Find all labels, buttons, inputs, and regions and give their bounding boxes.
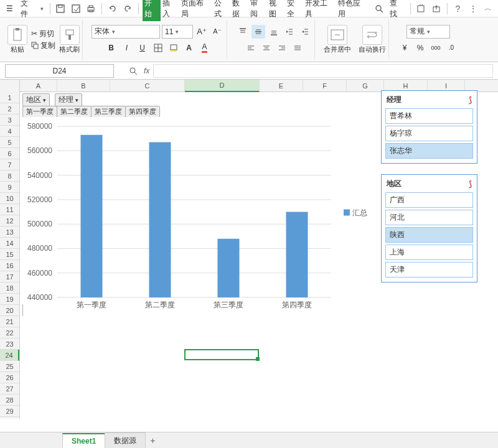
search-icon[interactable] (373, 2, 387, 16)
add-sheet-button[interactable]: + (145, 436, 160, 446)
wrap-text-button[interactable] (362, 25, 382, 45)
redo-icon[interactable] (121, 2, 135, 16)
percent-button[interactable]: % (413, 41, 427, 55)
underline-button[interactable]: U (136, 41, 149, 55)
row-header[interactable]: 19 (0, 294, 19, 305)
bold-button[interactable]: B (105, 41, 118, 55)
highlight-button[interactable]: A (198, 41, 212, 55)
font-color-button[interactable]: A (182, 41, 196, 55)
pivot-chart[interactable]: 4400004600004800005000005200005400005600… (23, 117, 380, 335)
clear-filter-icon[interactable]: ⟆ (469, 179, 472, 189)
pivot-quarter-button[interactable]: 第三季度 (91, 106, 126, 118)
share-icon[interactable] (415, 2, 428, 16)
row-header[interactable]: 5 (0, 137, 19, 148)
row-header[interactable]: 9 (0, 182, 19, 193)
spreadsheet-grid[interactable]: ABCDEFGHI 123456789101112131415161718192… (0, 80, 498, 419)
align-center-button[interactable] (260, 41, 273, 55)
tab-3[interactable]: 公式 (212, 0, 230, 21)
slicer-region-item[interactable]: 陕西 (385, 227, 473, 243)
tab-4[interactable]: 数据 (230, 0, 248, 21)
save-as-icon[interactable] (69, 2, 83, 16)
tab-1[interactable]: 插入 (161, 0, 179, 21)
row-header[interactable]: 11 (0, 204, 19, 215)
row-header[interactable]: 8 (0, 170, 19, 182)
collapse-ribbon-icon[interactable]: ︿ (482, 2, 496, 16)
col-header[interactable]: E (260, 80, 303, 92)
row-header[interactable]: 17 (0, 271, 19, 282)
slicer-region-item[interactable]: 广西 (385, 192, 473, 208)
align-bottom-button[interactable] (267, 25, 281, 39)
row-header[interactable]: 18 (0, 282, 19, 294)
undo-icon[interactable] (106, 2, 120, 16)
merge-center-button[interactable] (327, 25, 347, 45)
row-header[interactable]: 1 (0, 92, 19, 103)
tab-2[interactable]: 页面布局 (179, 0, 212, 21)
col-header[interactable]: G (347, 80, 384, 92)
increase-indent-button[interactable] (298, 25, 312, 39)
slicer-region-item[interactable]: 上海 (385, 245, 473, 260)
slicer-region-item[interactable]: 河北 (385, 210, 473, 225)
row-header[interactable]: 2 (0, 103, 19, 114)
italic-button[interactable]: I (120, 41, 134, 55)
paste-button[interactable] (7, 25, 27, 45)
align-top-button[interactable] (236, 25, 250, 39)
row-header[interactable]: 21 (0, 316, 19, 327)
increase-font-button[interactable]: A⁺ (195, 25, 209, 39)
search-label[interactable]: 查找 (388, 0, 406, 21)
row-header[interactable]: 12 (0, 215, 19, 226)
print-icon[interactable] (85, 2, 98, 16)
row-header[interactable]: 27 (0, 383, 19, 394)
decrease-decimal-button[interactable]: .0 (444, 41, 458, 55)
pivot-region-button[interactable]: 地区▾ (22, 93, 50, 106)
font-size-combo[interactable]: 11▾ (162, 25, 193, 39)
row-header[interactable]: 4 (0, 126, 19, 137)
export-icon[interactable] (430, 2, 443, 16)
pivot-manager-button[interactable]: 经理▾ (55, 93, 82, 106)
row-header[interactable]: 26 (0, 372, 19, 383)
pivot-quarter-button[interactable]: 第四季度 (125, 106, 160, 118)
more-icon[interactable]: ⋮ (466, 2, 480, 16)
align-left-button[interactable] (244, 41, 258, 55)
currency-button[interactable]: ¥ (398, 41, 411, 55)
border-button[interactable] (151, 41, 165, 55)
decrease-font-button[interactable]: A⁻ (210, 25, 224, 39)
name-box[interactable]: D24 (5, 64, 114, 78)
row-header[interactable]: 23 (0, 338, 19, 350)
number-format-combo[interactable]: 常规▾ (406, 25, 450, 39)
row-header[interactable]: 14 (0, 238, 19, 249)
row-header[interactable]: 29 (0, 406, 19, 417)
row-header[interactable]: 28 (0, 394, 19, 406)
tab-0[interactable]: 开始 (143, 0, 161, 21)
justify-button[interactable] (291, 41, 304, 55)
decrease-indent-button[interactable] (283, 25, 296, 39)
row-header[interactable]: 7 (0, 159, 19, 170)
row-header[interactable]: 10 (0, 193, 19, 204)
slicer-region[interactable]: 地区⟆ 广西河北陕西上海天津 (381, 174, 477, 282)
slicer-region-item[interactable]: 天津 (385, 262, 473, 278)
align-right-button[interactable] (275, 41, 289, 55)
slicer-manager-item[interactable]: 张志华 (385, 143, 473, 159)
row-header[interactable]: 24 (0, 350, 19, 361)
fill-color-button[interactable] (167, 41, 181, 55)
row-header[interactable]: 22 (0, 327, 19, 338)
row-header[interactable]: 6 (0, 148, 19, 159)
slicer-manager[interactable]: 经理⟆ 曹希林杨字琼张志华 (381, 90, 477, 164)
pivot-quarter-button[interactable]: 第一季度 (22, 106, 57, 118)
copy-button[interactable]: 复制 (31, 40, 55, 51)
comma-button[interactable]: 000 (429, 41, 443, 55)
slicer-manager-item[interactable]: 杨字琼 (385, 126, 473, 141)
row-header[interactable]: 3 (0, 114, 19, 126)
file-menu[interactable]: 文件 (19, 0, 37, 21)
align-middle-button[interactable] (251, 25, 265, 39)
clear-filter-icon[interactable]: ⟆ (469, 95, 472, 105)
sheet-tab-active[interactable]: Sheet1 (62, 433, 105, 448)
tab-6[interactable]: 视图 (267, 0, 285, 21)
row-header[interactable]: 13 (0, 226, 19, 238)
formula-input[interactable] (153, 64, 493, 78)
save-icon[interactable] (54, 2, 68, 16)
col-header[interactable]: A (20, 80, 57, 92)
fx-icon[interactable]: fx (144, 67, 149, 75)
row-header[interactable]: 25 (0, 361, 19, 372)
cut-button[interactable]: ✂剪切 (31, 29, 55, 39)
fill-handle[interactable] (256, 357, 260, 361)
